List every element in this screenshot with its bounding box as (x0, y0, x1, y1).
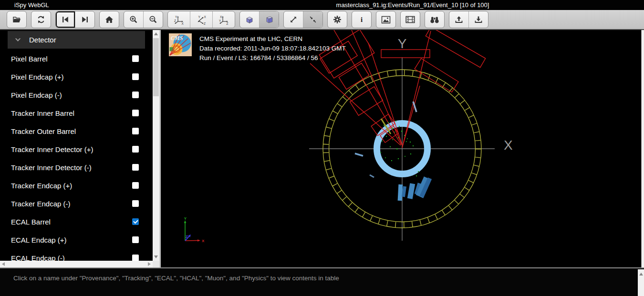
detector-list-item[interactable]: Pixel Barrel (0, 50, 153, 68)
svg-text:X: X (220, 15, 222, 19)
about-button[interactable]: i (352, 11, 371, 28)
status-panel-scrollbar[interactable] (638, 269, 644, 296)
sidebar-horizontal-scrollbar[interactable] (0, 261, 153, 267)
detector-item-checkbox[interactable] (132, 182, 139, 189)
folder-open-icon (12, 15, 21, 24)
detector-item-label[interactable]: ECAL Endcap (+) (11, 236, 132, 244)
hcal-towers[interactable] (398, 176, 432, 201)
xy-axes-icon: YXZ (173, 15, 185, 25)
detector-item-label[interactable]: Pixel Endcap (-) (11, 91, 132, 99)
enlarge-view-button[interactable] (284, 11, 303, 28)
sidebar-vertical-scrollbar[interactable] (153, 30, 159, 261)
detector-item-label[interactable]: Pixel Barrel (11, 55, 132, 63)
xy-view-button[interactable]: YXZ (168, 11, 190, 28)
event-display-3d-view[interactable]: Y X (161, 30, 641, 267)
axis-label-x: X (504, 138, 513, 153)
reload-button[interactable] (31, 11, 51, 28)
scrollbar-thumb[interactable] (153, 38, 159, 96)
previous-event-button[interactable] (56, 11, 75, 28)
xz-view-button[interactable]: XZY (212, 11, 235, 28)
detector-item-label[interactable]: Tracker Endcap (+) (11, 182, 132, 190)
event-info-line1: CMS Experiment at the LHC, CERN (199, 34, 346, 44)
upload-file-button[interactable] (449, 11, 468, 28)
detector-item-checkbox[interactable] (132, 128, 139, 134)
detector-item-checkbox[interactable] (132, 110, 139, 116)
orthographic-view-button[interactable] (259, 11, 279, 28)
animation-button[interactable] (401, 11, 420, 28)
detector-group-label: Detector (29, 36, 56, 44)
detector-list-item[interactable]: Tracker Outer Barrel (0, 122, 153, 140)
event-info-line2: Data recorded: 2011-Jun-09 18:07:18.8421… (199, 44, 346, 53)
next-icon (81, 16, 89, 23)
svg-text:Y: Y (175, 15, 177, 19)
download-file-button[interactable] (468, 11, 488, 28)
detector-item-checkbox[interactable] (132, 92, 139, 98)
svg-text:X: X (182, 21, 184, 25)
home-icon (105, 16, 114, 23)
svg-text:Z: Z (174, 19, 176, 22)
axis-label-y: Y (398, 36, 407, 51)
detector-list-item[interactable]: Tracker Endcap (+) (0, 176, 153, 194)
detector-list-item[interactable]: Tracker Inner Detector (+) (0, 140, 153, 158)
detector-item-label[interactable]: Tracker Outer Barrel (11, 127, 132, 135)
detector-list-item[interactable]: Tracker Inner Detector (-) (0, 158, 153, 176)
zoom-in-icon (129, 15, 138, 24)
perspective-view-button[interactable] (240, 11, 259, 28)
detector-item-checkbox[interactable] (132, 55, 139, 62)
home-view-button[interactable] (100, 11, 119, 28)
canvas-right-scrollbar[interactable] (641, 30, 644, 267)
detector-item-checkbox[interactable] (132, 218, 139, 225)
detector-list-item[interactable]: Tracker Endcap (-) (0, 194, 153, 213)
open-file-button[interactable] (7, 11, 26, 28)
upload-icon (455, 16, 463, 23)
detector-item-checkbox[interactable] (132, 164, 139, 171)
next-event-button[interactable] (75, 11, 94, 28)
detector-item-checkbox[interactable] (132, 146, 139, 153)
svg-text:Z: Z (227, 21, 229, 25)
binoculars-icon (430, 16, 439, 23)
scroll-left-arrow-icon[interactable] (2, 262, 5, 266)
detector-item-label[interactable]: Tracker Inner Detector (+) (11, 145, 132, 153)
expand-icon (289, 15, 298, 24)
gizmo-label-z: Z (186, 235, 188, 239)
zoom-out-button[interactable] (143, 11, 163, 28)
svg-text:Y: Y (198, 15, 201, 18)
shrink-view-button[interactable] (303, 11, 322, 28)
detector-list-item[interactable]: Pixel Endcap (+) (0, 68, 153, 86)
detector-item-checkbox[interactable] (132, 255, 139, 261)
zoom-in-button[interactable] (124, 11, 143, 28)
yz-view-button[interactable]: YXZ (190, 11, 212, 28)
detector-item-label[interactable]: Tracker Inner Barrel (11, 109, 132, 117)
download-icon (474, 16, 483, 23)
detector-item-checkbox[interactable] (132, 200, 139, 207)
gizmo-label-y: Y (184, 216, 187, 221)
scroll-down-arrow-icon[interactable] (154, 255, 158, 258)
table-status-panel: Click on a name under "Provenance", "Tra… (0, 267, 644, 296)
detector-item-checkbox[interactable] (132, 73, 139, 80)
scroll-right-arrow-icon[interactable] (148, 262, 151, 266)
detector-item-checkbox[interactable] (132, 236, 139, 243)
detector-item-label[interactable]: Tracker Inner Detector (-) (11, 163, 132, 172)
browse-events-button[interactable] (425, 11, 444, 28)
detector-list-item[interactable]: ECAL Barrel (0, 213, 153, 231)
detector-list-item[interactable]: Tracker Inner Barrel (0, 104, 153, 122)
export-image-button[interactable] (376, 11, 395, 28)
svg-text:X: X (204, 15, 207, 18)
detector-item-label[interactable]: ECAL Endcap (-) (11, 254, 132, 261)
detector-item-label[interactable]: Pixel Endcap (+) (11, 73, 132, 81)
svg-text:i: i (361, 16, 363, 23)
svg-text:Y: Y (219, 19, 221, 22)
detector-item-label[interactable]: Tracker Endcap (-) (11, 200, 132, 208)
detector-list-item[interactable]: ECAL Endcap (-) (0, 249, 153, 261)
scroll-up-arrow-icon[interactable] (154, 32, 158, 35)
cms-logo: CMS (169, 33, 192, 56)
detector-list-item[interactable]: ECAL Endcap (+) (0, 231, 153, 249)
detector-group-header[interactable]: Detector (8, 31, 145, 49)
settings-button[interactable] (328, 11, 347, 28)
event-display-canvas[interactable]: Y X (161, 30, 641, 267)
detector-item-label[interactable]: ECAL Barrel (11, 218, 132, 226)
detector-list-item[interactable]: Pixel Endcap (-) (0, 86, 153, 104)
scroll-up-arrow-icon[interactable] (639, 273, 643, 276)
chevron-down-icon (15, 38, 21, 42)
orientation-gizmo: Y X Z (184, 216, 205, 243)
